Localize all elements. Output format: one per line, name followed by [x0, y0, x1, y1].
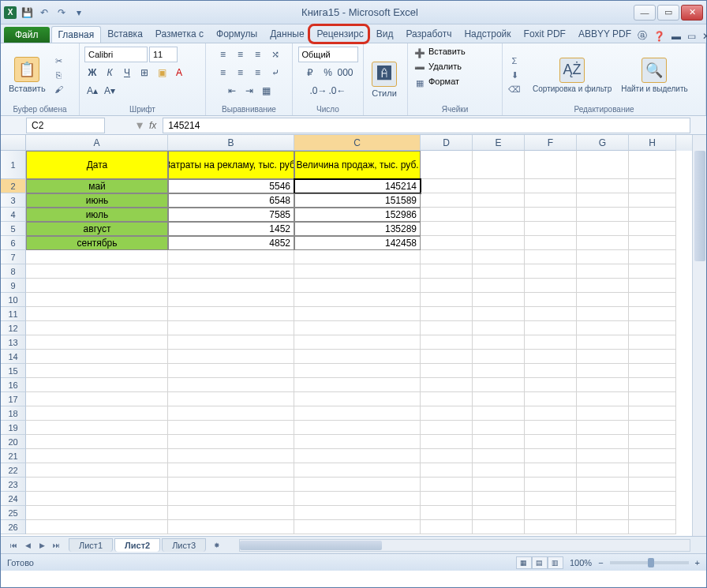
col-header-B[interactable]: B — [168, 135, 294, 151]
col-header-E[interactable]: E — [473, 135, 525, 151]
number-format-combo[interactable]: Общий — [298, 47, 358, 62]
align-middle-icon[interactable]: ≡ — [233, 47, 249, 62]
cell-C25[interactable] — [294, 506, 421, 520]
row-header-20[interactable]: 20 — [1, 435, 26, 449]
cell-E16[interactable] — [473, 378, 525, 392]
cell-D4[interactable] — [421, 208, 473, 222]
cell-B13[interactable] — [168, 335, 294, 350]
cell-G9[interactable] — [577, 279, 629, 293]
cell-F10[interactable] — [525, 293, 577, 307]
cell-D11[interactable] — [421, 307, 473, 321]
cell-G7[interactable] — [577, 250, 629, 264]
col-header-C[interactable]: C — [294, 135, 421, 151]
cell-E24[interactable] — [473, 492, 525, 506]
cell-D15[interactable] — [421, 364, 473, 378]
autosum-icon[interactable]: Σ — [507, 54, 522, 67]
cell-B24[interactable] — [168, 492, 294, 506]
cell-D14[interactable] — [421, 350, 473, 364]
font-name-combo[interactable]: Calibri — [84, 47, 148, 62]
cell-D6[interactable] — [421, 236, 473, 250]
tab-разметка с[interactable]: Разметка с — [149, 26, 210, 43]
row-header-22[interactable]: 22 — [1, 463, 26, 478]
cell-G11[interactable] — [577, 307, 629, 321]
tab-foxit pdf[interactable]: Foxit PDF — [518, 26, 572, 43]
col-header-A[interactable]: A — [26, 135, 168, 151]
cell-B21[interactable] — [168, 449, 294, 463]
cell-F6[interactable] — [525, 236, 577, 250]
close-button[interactable]: ✕ — [681, 5, 703, 21]
row-header-4[interactable]: 4 — [1, 208, 26, 222]
cell-D20[interactable] — [421, 435, 473, 449]
cell-E5[interactable] — [473, 222, 525, 236]
cell-E10[interactable] — [473, 293, 525, 307]
row-header-7[interactable]: 7 — [1, 250, 26, 264]
cell-H8[interactable] — [629, 264, 676, 279]
cell-C12[interactable] — [294, 321, 421, 335]
cell-D1[interactable] — [421, 151, 473, 179]
cell-G17[interactable] — [577, 392, 629, 406]
select-all-corner[interactable] — [1, 135, 26, 151]
cell-C21[interactable] — [294, 449, 421, 463]
cell-A21[interactable] — [26, 449, 168, 463]
cell-B1[interactable]: Затраты на рекламу, тыс. руб. — [168, 151, 294, 179]
cell-H6[interactable] — [629, 236, 676, 250]
cell-F25[interactable] — [525, 506, 577, 520]
row-header-25[interactable]: 25 — [1, 506, 26, 520]
cell-F16[interactable] — [525, 378, 577, 392]
cell-A8[interactable] — [26, 264, 168, 279]
row-header-3[interactable]: 3 — [1, 193, 26, 208]
find-select-button[interactable]: 🔍 Найти и выделить — [618, 56, 690, 95]
fill-icon[interactable]: ⬇ — [507, 69, 522, 81]
cell-C3[interactable]: 151589 — [294, 193, 421, 208]
col-header-G[interactable]: G — [577, 135, 629, 151]
cell-A1[interactable]: Дата — [26, 151, 168, 179]
save-icon[interactable]: 💾 — [20, 6, 34, 20]
cell-E12[interactable] — [473, 321, 525, 335]
cell-A2[interactable]: май — [26, 179, 168, 193]
cell-E18[interactable] — [473, 406, 525, 421]
file-tab[interactable]: Файл — [4, 27, 50, 43]
sheet-tab-Лист3[interactable]: Лист3 — [162, 538, 206, 552]
format-painter-icon[interactable]: 🖌 — [52, 83, 66, 96]
cell-D3[interactable] — [421, 193, 473, 208]
cell-H19[interactable] — [629, 421, 676, 435]
cell-C1[interactable]: Величина продаж, тыс. руб. — [294, 151, 421, 179]
cell-B6[interactable]: 4852 — [168, 236, 294, 250]
row-header-5[interactable]: 5 — [1, 222, 26, 236]
font-size-combo[interactable]: 11 — [149, 47, 178, 62]
cell-B14[interactable] — [168, 350, 294, 364]
row-header-21[interactable]: 21 — [1, 449, 26, 463]
cell-H24[interactable] — [629, 492, 676, 506]
col-header-H[interactable]: H — [629, 135, 676, 151]
align-left-icon[interactable]: ≡ — [215, 65, 231, 81]
cell-D5[interactable] — [421, 222, 473, 236]
cell-C5[interactable]: 135289 — [294, 222, 421, 236]
cell-C17[interactable] — [294, 392, 421, 406]
cell-H3[interactable] — [629, 193, 676, 208]
row-header-23[interactable]: 23 — [1, 478, 26, 492]
cell-D23[interactable] — [421, 478, 473, 492]
cell-C15[interactable] — [294, 364, 421, 378]
shrink-font-icon[interactable]: A▾ — [102, 83, 118, 99]
cell-C8[interactable] — [294, 264, 421, 279]
grow-font-icon[interactable]: A▴ — [84, 83, 100, 99]
cell-A19[interactable] — [26, 421, 168, 435]
cell-C13[interactable] — [294, 335, 421, 350]
copy-icon[interactable]: ⎘ — [52, 69, 66, 81]
zoom-thumb[interactable] — [648, 558, 654, 567]
sheet-nav-next-icon[interactable]: ▶ — [36, 539, 48, 552]
cell-D9[interactable] — [421, 279, 473, 293]
cell-G13[interactable] — [577, 335, 629, 350]
cell-E11[interactable] — [473, 307, 525, 321]
cell-F26[interactable] — [525, 520, 577, 534]
cell-B3[interactable]: 6548 — [168, 193, 294, 208]
cell-A12[interactable] — [26, 321, 168, 335]
cell-A11[interactable] — [26, 307, 168, 321]
cell-C4[interactable]: 152986 — [294, 208, 421, 222]
cell-D7[interactable] — [421, 250, 473, 264]
tab-данные[interactable]: Данные — [264, 26, 310, 43]
cell-F14[interactable] — [525, 350, 577, 364]
cell-H25[interactable] — [629, 506, 676, 520]
vertical-scrollbar[interactable] — [692, 135, 706, 536]
cell-F11[interactable] — [525, 307, 577, 321]
